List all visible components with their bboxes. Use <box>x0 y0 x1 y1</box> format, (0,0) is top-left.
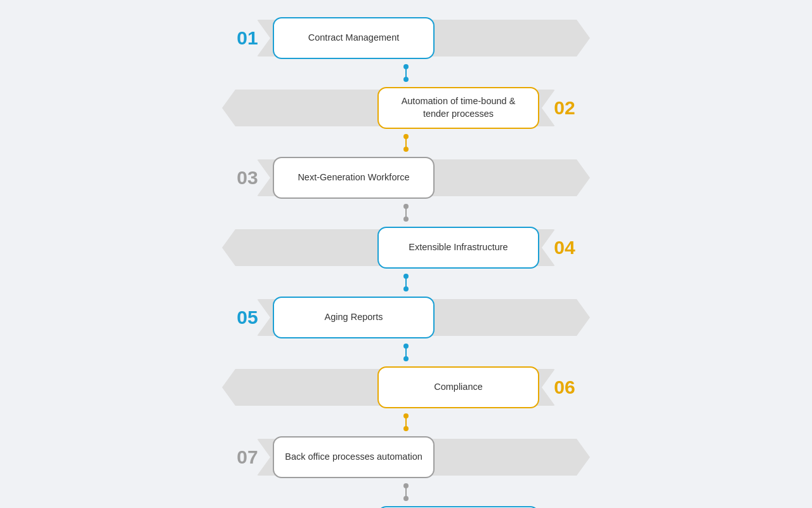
step-number-7: 07 <box>222 446 273 468</box>
step-row-1: 01Contract Management <box>222 10 590 67</box>
step-number-6: 06 <box>539 377 590 398</box>
connector-7 <box>222 486 590 498</box>
step-row-4: 04Extensible Infrastructure <box>222 219 590 276</box>
step-row-3: 03Next-Generation Workforce <box>222 149 590 206</box>
step-number-5: 05 <box>222 307 273 328</box>
step-row-2: 02Automation of time-bound & tender proc… <box>222 79 590 137</box>
step-box-6: Compliance <box>377 366 539 408</box>
connector-4 <box>222 276 590 289</box>
step-number-4: 04 <box>539 237 590 258</box>
step-box-1: Contract Management <box>273 17 435 59</box>
connector-3 <box>222 206 590 219</box>
step-row-6: 06Compliance <box>222 359 590 416</box>
connector-1 <box>222 67 590 79</box>
step-number-2: 02 <box>539 97 590 119</box>
diagram-container: 01Contract Management02Automation of tim… <box>222 0 590 508</box>
connector-6 <box>222 416 590 429</box>
step-box-3: Next-Generation Workforce <box>273 157 435 199</box>
step-row-7: 07Back office processes automation <box>222 429 590 486</box>
connector-5 <box>222 346 590 359</box>
step-number-3: 03 <box>222 167 273 189</box>
step-row-5: 05Aging Reports <box>222 289 590 346</box>
step-number-1: 01 <box>222 27 273 49</box>
step-box-7: Back office processes automation <box>273 436 435 478</box>
step-box-2: Automation of time-bound & tender proces… <box>377 87 539 129</box>
step-box-5: Aging Reports <box>273 297 435 338</box>
step-box-4: Extensible Infrastructure <box>377 227 539 269</box>
connector-2 <box>222 137 590 149</box>
